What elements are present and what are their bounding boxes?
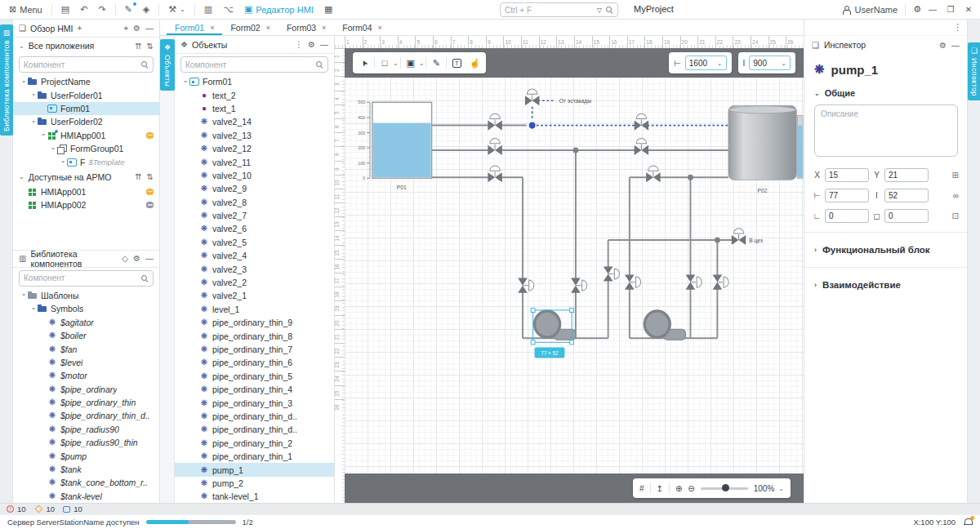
warnings-icon[interactable] — [34, 505, 42, 513]
object-tree-item[interactable]: pipe_ordinary_thin_7 — [175, 343, 334, 356]
library-search[interactable] — [19, 270, 154, 287]
library-item[interactable]: $tank — [13, 463, 159, 476]
object-tree-item[interactable]: pipe_ordinary_thin_9 — [175, 316, 334, 329]
object-tree-item[interactable]: pipe_ordinary_thin_3 — [175, 396, 334, 409]
zoom-out-icon[interactable]: ⊖ — [688, 484, 694, 493]
chevron-down-icon[interactable]: ⌄ — [717, 60, 723, 67]
zoom-in-icon[interactable]: ⊕ — [675, 484, 682, 493]
object-tree-item[interactable]: pipe_ordinary_thin_4 — [175, 383, 334, 396]
inspector-vertical-tab[interactable]: ❏ Инспектор — [968, 42, 980, 100]
component-library-vertical-tab[interactable]: ▥ Библиотека компонентов — [0, 24, 13, 136]
tree-item[interactable]: UserFolder01 — [13, 88, 159, 101]
shop-annotation[interactable]: В цех — [749, 238, 764, 244]
collapse-all-icon[interactable]: ⇈ — [135, 42, 141, 51]
object-tree-item[interactable]: text_2 — [175, 88, 334, 101]
open-project-button[interactable]: ▤ — [57, 2, 74, 18]
window-close-button[interactable]: ✕ — [962, 5, 975, 14]
edit-form-button[interactable]: ✎ — [121, 2, 136, 18]
columns-view-button[interactable]: ▥ — [200, 2, 216, 18]
library-item[interactable]: $pipe_radius90 — [13, 423, 159, 436]
tree-item[interactable]: HMIApp001 — [13, 129, 159, 142]
library-search-input[interactable] — [24, 273, 137, 282]
description-textarea[interactable] — [814, 104, 958, 157]
library-item[interactable]: $pump — [13, 449, 159, 462]
tree-item[interactable]: UserFolder02 — [13, 115, 159, 128]
object-tree-item[interactable]: valve2_9 — [175, 182, 334, 195]
object-tree-item[interactable]: valve2_1 — [175, 289, 334, 302]
expand-icon[interactable]: ⊡ — [952, 211, 959, 220]
zoom-slider[interactable] — [701, 487, 748, 490]
window-minimize-button[interactable]: — — [926, 5, 939, 14]
package-icon[interactable]: ◇ — [122, 254, 128, 263]
object-tree-item[interactable]: text_1 — [175, 102, 334, 115]
window-restore-button[interactable]: ❐ — [944, 5, 957, 14]
pump-1[interactable] — [535, 311, 576, 340]
more-options-icon[interactable]: ⋮ — [295, 40, 303, 49]
close-tab-icon[interactable]: × — [266, 24, 270, 32]
collapse-all-icon[interactable]: ⇈ — [135, 172, 141, 181]
object-tree-item[interactable]: level_1 — [175, 303, 334, 316]
user-name[interactable]: UserName — [855, 5, 898, 15]
canvas-viewport[interactable]: 500 400 300 200 100 0 P01 — [345, 78, 804, 473]
width-input[interactable] — [825, 189, 869, 202]
object-tree-item[interactable]: pipe_ordinary_thin_1 — [175, 450, 334, 463]
undo-button[interactable]: ↶ — [76, 2, 91, 18]
armo-section-header[interactable]: ⌄ Доступные на АРМО ⇈ ⇅ — [13, 169, 159, 185]
library-item[interactable]: Шаблоны — [13, 289, 159, 302]
x-input[interactable] — [825, 168, 869, 182]
chevron-down-icon[interactable]: ⌄ — [419, 60, 425, 67]
pump-2[interactable] — [644, 311, 685, 340]
more-options-icon[interactable]: ⋮ — [953, 22, 962, 33]
export-icon[interactable]: ↥ — [657, 484, 663, 493]
pan-tool[interactable]: ☝ — [466, 55, 483, 71]
errors-count[interactable]: 10 — [17, 505, 26, 513]
tree-item[interactable]: FormGroup01 — [13, 142, 159, 155]
notifications-bell-icon[interactable] — [964, 518, 973, 527]
interaction-section[interactable]: › Взаимодействие — [804, 273, 967, 296]
rectangle-tool[interactable]: □ — [376, 55, 393, 71]
gear-icon[interactable]: ⚙ — [308, 40, 315, 49]
library-item[interactable]: $pipe_ordinary_thin — [13, 396, 159, 409]
objects-search[interactable] — [180, 56, 328, 73]
library-item[interactable]: $tank-level — [13, 490, 159, 503]
object-tree-item[interactable]: valve2_4 — [175, 249, 334, 262]
warnings-count[interactable]: 10 — [47, 505, 56, 513]
all-apps-section-header[interactable]: ⌄ Все приложения ⇈ ⇅ — [13, 38, 159, 54]
tree-item[interactable]: F $Template — [13, 155, 159, 168]
object-tree-item[interactable]: valve2_2 — [175, 276, 334, 289]
library-item[interactable]: $agitator — [13, 316, 159, 329]
rack-annotation[interactable]: От эстакады — [559, 98, 592, 104]
link-dimensions-icon[interactable]: ∞ — [953, 191, 959, 200]
object-tree-item[interactable]: valve2_7 — [175, 209, 334, 222]
text-frame-tool[interactable]: T — [448, 55, 465, 71]
object-tree-item[interactable]: valve2_8 — [175, 196, 334, 209]
object-tree-item[interactable]: pipe_ordinary_thin_d.. — [175, 423, 334, 436]
angle-input[interactable] — [825, 209, 869, 223]
objects-search-input[interactable] — [185, 60, 312, 69]
gear-icon[interactable]: ⚙ — [133, 254, 140, 263]
apps-search[interactable] — [19, 56, 154, 73]
form-tab[interactable]: Form03 × — [278, 20, 334, 35]
objects-vertical-tab[interactable]: ❖ Объекты — [160, 39, 175, 91]
table-view-button[interactable]: ▦ — [320, 2, 336, 18]
object-tree-item[interactable]: pipe_ordinary_thin_2 — [175, 437, 334, 450]
object-tree-item[interactable]: valve2_13 — [175, 129, 334, 142]
object-tree-item[interactable]: pump_1 — [175, 463, 334, 476]
object-tree-item[interactable]: pipe_ordinary_thin_5 — [175, 370, 334, 383]
hierarchy-view-button[interactable]: ⌥ — [219, 2, 238, 18]
tree-item[interactable]: Form01 — [13, 102, 159, 115]
tools-dropdown[interactable]: ⚒⌄ — [164, 2, 189, 18]
dashed-flow-layer[interactable] — [532, 100, 728, 125]
collapse-panel-button[interactable]: — — [951, 41, 960, 50]
library-item[interactable]: $boiler — [13, 329, 159, 342]
junction-dot-blue[interactable] — [529, 122, 536, 129]
messages-count[interactable]: 10 — [74, 505, 82, 513]
settings-gear-icon[interactable]: ⚙ — [913, 4, 921, 15]
collapse-panel-button[interactable]: — — [320, 40, 328, 49]
tank-p02[interactable]: P02 — [728, 105, 803, 193]
position-grid-icon[interactable]: ⊞ — [952, 171, 959, 180]
library-item[interactable]: Symbols — [13, 302, 159, 315]
object-tree-item[interactable]: valve2_5 — [175, 236, 334, 249]
tree-item[interactable]: ProjectName — [13, 75, 159, 88]
object-tree-item[interactable]: valve2_11 — [175, 155, 334, 168]
